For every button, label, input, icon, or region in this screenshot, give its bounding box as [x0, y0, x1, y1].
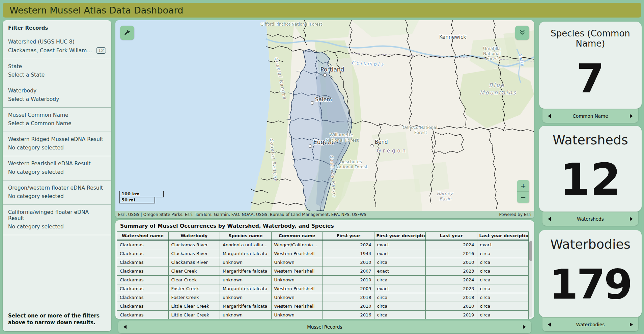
filter-value: Select a State: [8, 72, 45, 78]
table-row[interactable]: ClackamasLittle Clear CreekunknownUnknow…: [117, 311, 529, 319]
powered-by-esri-link[interactable]: Powered by Esri: [499, 212, 531, 217]
column-header[interactable]: Watershed name: [117, 232, 169, 240]
filter-label: Watershed (USGS HUC 8): [8, 39, 106, 45]
filter-value: Select a Common Name: [8, 120, 72, 127]
pager-next-icon[interactable]: [630, 217, 633, 221]
mussel-records-pager: Mussel Records: [118, 321, 531, 333]
filter-state[interactable]: State Select a State: [3, 59, 111, 83]
table-scrollbar[interactable]: [529, 241, 532, 317]
page-title: Western Mussel Atlas Data Dashboard: [9, 5, 183, 16]
table-row[interactable]: ClackamasClackamas RiverAnodonta nuttall…: [117, 240, 529, 249]
city-label-kennewick: Kennewick: [439, 34, 466, 40]
filter-value: No category selected: [8, 169, 64, 175]
table-row[interactable]: ClackamasClackamas RiverMargaritifera fa…: [117, 249, 529, 258]
stat-value: 7: [577, 49, 604, 109]
table-scrollbar-thumb[interactable]: [529, 241, 532, 261]
mussel-occurrences-table: Watershed name Waterbody Species name Co…: [117, 231, 529, 319]
pager-prev-icon[interactable]: [548, 114, 551, 118]
zoom-in-button[interactable]: +: [517, 180, 529, 191]
pager-label: Common Name: [542, 113, 638, 119]
map-collapse-button[interactable]: [515, 26, 529, 40]
filter-common-name[interactable]: Mussel Common Name Select a Common Name: [3, 108, 111, 132]
column-header[interactable]: First year description: [374, 232, 426, 240]
zoom-out-button[interactable]: −: [517, 191, 529, 203]
table-row[interactable]: ClackamasClear CreekunknownUnknown2010ci…: [117, 276, 529, 284]
forest-label-gifford: Gifford Pinchot National Forest: [260, 22, 322, 27]
forest-label-deschutes: Deschutes National Forest: [336, 159, 368, 169]
pager-next-icon[interactable]: [630, 323, 633, 327]
filter-label: Waterbody: [8, 88, 106, 94]
map-card: Portland Salem Eugene Bend Kennewick Ore…: [115, 20, 534, 218]
stat-title: Species (Common Name): [539, 28, 642, 49]
map-attribution: Esri, USGS | Oregon State Parks, Esri, T…: [115, 211, 534, 218]
state-label-oregon: Oregon: [377, 148, 408, 154]
pager-next-icon[interactable]: [523, 325, 526, 329]
map-zoom-controls: + −: [517, 180, 529, 203]
pager-label: Watersheds: [542, 216, 638, 222]
column-header[interactable]: Last year description: [477, 232, 529, 240]
pager-prev-icon[interactable]: [548, 217, 551, 221]
scale-mi: 50 mi: [120, 197, 155, 203]
filter-panel-title: Filter Records: [3, 24, 111, 34]
filter-california-floater-edna[interactable]: California/winged floater eDNA Result No…: [3, 205, 111, 235]
table-title: Summary of Mussel Occurrences by Watersh…: [115, 220, 534, 231]
column-header[interactable]: Waterbody: [168, 232, 220, 240]
pager-next-icon[interactable]: [630, 114, 633, 118]
stat-value: 12: [560, 147, 621, 212]
pager-prev-icon[interactable]: [123, 325, 127, 329]
table-row[interactable]: ClackamasLittle Clear CreekMargaritifera…: [117, 302, 529, 311]
table-row[interactable]: ClackamasFoster CreekMargaritifera falca…: [117, 284, 529, 293]
app-header: Western Mussel Atlas Data Dashboard: [3, 3, 641, 18]
table-row[interactable]: ClackamasClackamas RiverunknownUnknown20…: [117, 258, 529, 267]
column-header[interactable]: Common name: [271, 232, 323, 240]
city-label-portland: Portland: [320, 66, 344, 73]
filter-label: State: [8, 63, 106, 69]
column-header[interactable]: Last year: [426, 232, 477, 240]
pager-label: Mussel Records: [118, 324, 531, 330]
filter-value: No category selected: [8, 193, 64, 199]
double-chevron-down-icon: [519, 29, 526, 36]
species-stat-card: Species (Common Name) 7: [539, 22, 642, 109]
filter-western-ridged-edna[interactable]: Western Ridged Mussel eDNA Result No cat…: [3, 132, 111, 156]
stat-group-watersheds: Watersheds 12 Watersheds: [539, 126, 642, 226]
waterbodies-stat-card: Waterbodies 179: [539, 230, 642, 317]
map-scale-bar: 100 km 50 mi: [119, 191, 164, 203]
selection-count-badge: 12: [96, 47, 106, 54]
pager-prev-icon[interactable]: [548, 323, 551, 327]
wrench-icon: [123, 29, 131, 36]
stat-group-species: Species (Common Name) 7 Common Name: [539, 22, 642, 123]
filter-value: No category selected: [8, 145, 64, 151]
watersheds-stat-card: Watersheds 12: [539, 126, 642, 212]
pager-label: Waterbodies: [542, 322, 638, 327]
filter-waterbody[interactable]: Waterbody Select a Waterbody: [3, 83, 111, 108]
filter-label: Oregon/western floater eDNA Result: [8, 185, 106, 191]
filter-value: Clackamas, Coast Fork Willamette…: [8, 48, 93, 54]
filter-helper-text: Select one or more of the filters above …: [8, 312, 106, 326]
filter-label: Mussel Common Name: [8, 112, 106, 118]
filter-value: Select a Waterbody: [8, 96, 59, 102]
filter-oregon-floater-edna[interactable]: Oregon/western floater eDNA Result No ca…: [3, 180, 111, 205]
stat-title: Watersheds: [553, 133, 628, 147]
filter-value: No category selected: [8, 224, 64, 230]
filter-western-pearlshell-edna[interactable]: Western Pearlshell eDNA Result No catego…: [3, 156, 111, 180]
stat-title: Waterbodies: [550, 237, 631, 252]
table-header-row: Watershed name Waterbody Species name Co…: [117, 232, 529, 240]
table-row[interactable]: ClackamasFoster CreekunknownUnknown2018c…: [117, 293, 529, 302]
summary-table-card: Summary of Mussel Occurrences by Watersh…: [115, 220, 534, 319]
city-label-bend: Bend: [375, 139, 388, 145]
filter-watershed[interactable]: Watershed (USGS HUC 8) Clackamas, Coast …: [3, 34, 111, 59]
forest-label-willamette: Willamette National Forest: [326, 132, 359, 143]
stat-group-waterbodies: Waterbodies 179 Waterbodies: [539, 230, 642, 331]
column-header[interactable]: First year: [323, 232, 374, 240]
scale-km: 100 km: [120, 191, 164, 197]
column-header[interactable]: Species name: [220, 232, 272, 240]
filter-label: Western Ridged Mussel eDNA Result: [8, 136, 106, 142]
map-tools-button[interactable]: [120, 26, 134, 40]
filter-panel: Filter Records Watershed (USGS HUC 8) Cl…: [3, 20, 111, 331]
stat-value: 179: [550, 252, 632, 317]
filter-label: Western Pearlshell eDNA Result: [8, 161, 106, 167]
table-row[interactable]: ClackamasClear CreekMargaritifera falcat…: [117, 267, 529, 276]
filter-label: California/winged floater eDNA Result: [8, 209, 106, 221]
city-label-salem: Salem: [315, 96, 332, 103]
map-canvas[interactable]: Portland Salem Eugene Bend Kennewick Ore…: [115, 20, 534, 211]
